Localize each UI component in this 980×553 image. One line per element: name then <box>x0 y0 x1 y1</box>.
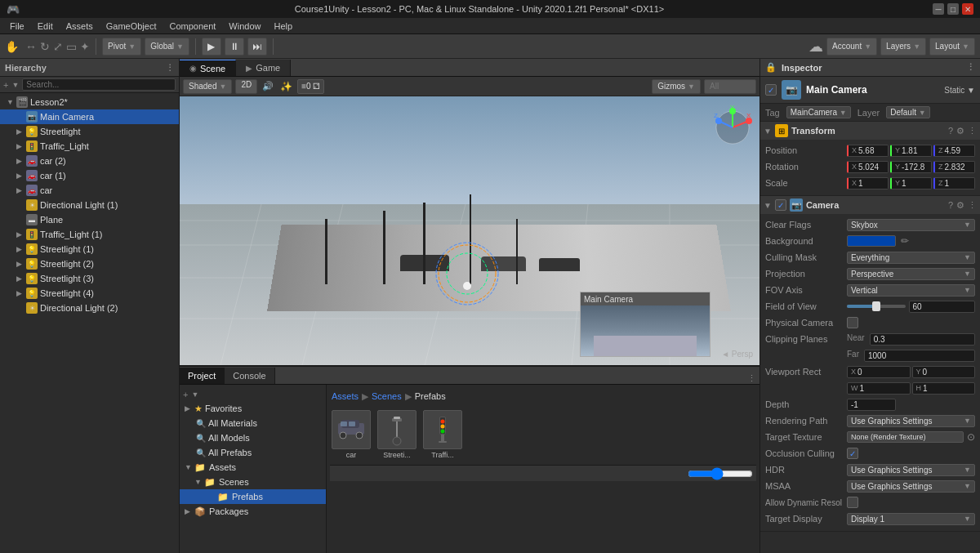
fov-slider[interactable] <box>847 305 906 308</box>
tab-project[interactable]: Project <box>180 368 225 384</box>
all-btn[interactable] <box>704 79 756 94</box>
menu-edit[interactable]: Edit <box>31 20 60 33</box>
transform-menu[interactable]: ⋮ <box>968 126 977 136</box>
tree-favorites[interactable]: ▶ ★ Favorites <box>180 401 326 416</box>
pivot-button[interactable]: Pivot ▼ <box>102 38 141 56</box>
transform-help[interactable]: ? <box>948 126 953 136</box>
h-item-traffic1[interactable]: ▶ 🚦 Traffic_Light (1) <box>0 227 179 242</box>
h-item-street4[interactable]: ▶ 💡 Streetlight (4) <box>0 286 179 301</box>
camera-enabled-checkbox[interactable] <box>775 199 786 211</box>
h-item-car[interactable]: ▶ 🚗 car <box>0 183 179 198</box>
layer-value[interactable]: Default ▼ <box>886 106 929 118</box>
menu-component[interactable]: Component <box>163 20 222 33</box>
hierarchy-menu-icon[interactable]: ⋮ <box>166 63 174 72</box>
breadcrumb-scenes[interactable]: Scenes <box>372 391 402 401</box>
2d-btn[interactable]: 2D <box>235 79 257 94</box>
scene-fx-btn[interactable]: ✨ <box>280 81 292 92</box>
position-x[interactable]: X 5.68 <box>847 145 889 157</box>
tree-all-prefabs[interactable]: 🔍 All Prefabs <box>180 445 326 460</box>
h-item-street1[interactable]: ▶ 💡 Streetlight (1) <box>0 242 179 256</box>
transform-settings[interactable]: ⚙ <box>956 126 964 136</box>
play-button[interactable]: ▶ <box>202 38 221 56</box>
occlusion-culling-checkbox[interactable] <box>847 448 858 459</box>
depth-field[interactable]: -1 <box>847 399 896 411</box>
background-color[interactable] <box>847 235 896 247</box>
target-texture-field[interactable]: None (Render Texture) <box>847 431 964 443</box>
h-item-car2[interactable]: ▶ 🚗 car (2) <box>0 154 179 168</box>
hand-tool[interactable]: ✋ <box>5 40 19 53</box>
menu-gameobject[interactable]: GameObject <box>100 20 163 33</box>
clear-flags-dropdown[interactable]: Skybox ▼ <box>847 219 975 231</box>
scene-search-input[interactable] <box>710 82 751 91</box>
inspector-lock-icon[interactable]: 🔒 <box>765 62 777 73</box>
h-item-lesson2[interactable]: ▼ 🎬 Lesson2* <box>0 95 179 109</box>
static-button[interactable]: Static ▼ <box>944 86 975 95</box>
asset-streetlight[interactable]: Streeti... <box>376 408 418 462</box>
project-add-arrow[interactable]: ▼ <box>191 390 198 399</box>
h-item-street3[interactable]: ▶ 💡 Streetlight (3) <box>0 271 179 286</box>
menu-help[interactable]: Help <box>267 20 299 33</box>
rotation-x[interactable]: X 5.024 <box>847 161 889 173</box>
tree-packages[interactable]: ▶ 📦 Packages <box>180 504 326 519</box>
fov-slider-thumb[interactable] <box>872 301 880 311</box>
msaa-dropdown[interactable]: Use Graphics Settings ▼ <box>847 480 975 493</box>
clipping-near-field[interactable]: 0.3 <box>870 333 975 346</box>
viewport-y[interactable]: Y 0 <box>912 366 976 378</box>
viewport-h[interactable]: H 1 <box>912 382 976 395</box>
background-edit-icon[interactable]: ✏ <box>901 235 909 247</box>
h-item-plane[interactable]: ▬ Plane <box>0 212 179 227</box>
rendering-path-dropdown[interactable]: Use Graphics Settings ▼ <box>847 415 975 427</box>
rotate-tool[interactable]: ↻ <box>40 40 50 53</box>
position-z[interactable]: Z 4.59 <box>933 145 975 157</box>
menu-window[interactable]: Window <box>222 20 267 33</box>
h-item-main-camera[interactable]: 📷 Main Camera <box>0 109 179 124</box>
allow-dynamic-checkbox[interactable] <box>847 497 858 508</box>
pause-button[interactable]: ⏸ <box>225 38 244 56</box>
hierarchy-add-btn[interactable]: + <box>3 80 8 90</box>
rotation-y[interactable]: Y -172.8 <box>890 161 932 173</box>
menu-file[interactable]: File <box>3 20 31 33</box>
projection-dropdown[interactable]: Perspective ▼ <box>847 268 975 280</box>
camera-header[interactable]: ▼ 📷 Camera ? ⚙ ⋮ <box>760 196 980 214</box>
inspector-menu-icon[interactable]: ⋮ <box>966 62 975 73</box>
layers-button[interactable]: Layers ▼ <box>880 38 926 56</box>
account-button[interactable]: Account ▼ <box>826 38 877 56</box>
scale-x[interactable]: X 1 <box>847 177 889 190</box>
rotation-z[interactable]: Z 2.832 <box>933 161 975 173</box>
menu-assets[interactable]: Assets <box>60 20 100 33</box>
tree-prefabs[interactable]: 📁 Prefabs <box>180 489 326 504</box>
viewport-x[interactable]: X 0 <box>847 366 911 378</box>
h-item-dirlight2[interactable]: ☀ Directional Light (2) <box>0 301 179 315</box>
object-name[interactable]: Main Camera <box>806 84 939 96</box>
h-item-car1[interactable]: ▶ 🚗 car (1) <box>0 168 179 183</box>
transform-tool[interactable]: ✦ <box>80 40 90 53</box>
close-button[interactable]: ✕ <box>962 3 973 15</box>
hierarchy-search[interactable] <box>22 78 176 91</box>
layout-button[interactable]: Layout ▼ <box>929 38 975 56</box>
scale-y[interactable]: Y 1 <box>890 177 932 190</box>
scale-tool[interactable]: ⤢ <box>53 40 63 53</box>
target-texture-browse-icon[interactable]: ⊙ <box>967 431 975 443</box>
h-item-dir-light1[interactable]: ☀ Directional Light (1) <box>0 198 179 212</box>
minimize-button[interactable]: ─ <box>933 3 944 15</box>
camera-menu[interactable]: ⋮ <box>968 200 977 211</box>
move-tool[interactable]: ↔ <box>25 40 37 53</box>
viewport-w[interactable]: W 1 <box>847 382 911 395</box>
tree-all-models[interactable]: 🔍 All Models <box>180 430 326 445</box>
shading-mode-btn[interactable]: Shaded ▼ <box>183 79 232 94</box>
culling-mask-dropdown[interactable]: Everything ▼ <box>847 252 975 264</box>
rect-tool[interactable]: ▭ <box>66 40 77 53</box>
h-item-traffic-light[interactable]: ▶ 🚦 Traffic_Light <box>0 139 179 154</box>
step-button[interactable]: ⏭ <box>247 38 267 56</box>
camera-help[interactable]: ? <box>948 200 953 211</box>
breadcrumb-prefabs[interactable]: Prefabs <box>415 391 446 401</box>
scene-audio-btn[interactable]: 🔊 <box>262 81 274 91</box>
asset-size-slider[interactable] <box>688 469 753 479</box>
scale-z[interactable]: Z 1 <box>933 177 975 190</box>
transform-header[interactable]: ▼ ⊞ Transform ? ⚙ ⋮ <box>760 122 980 140</box>
tab-game[interactable]: ▶ Game <box>236 60 291 76</box>
hdr-dropdown[interactable]: Use Graphics Settings ▼ <box>847 464 975 476</box>
h-item-street2[interactable]: ▶ 💡 Streetlight (2) <box>0 256 179 271</box>
clipping-far-field[interactable]: 1000 <box>864 350 975 362</box>
h-item-streetlight[interactable]: ▶ 💡 Streetlight <box>0 124 179 139</box>
